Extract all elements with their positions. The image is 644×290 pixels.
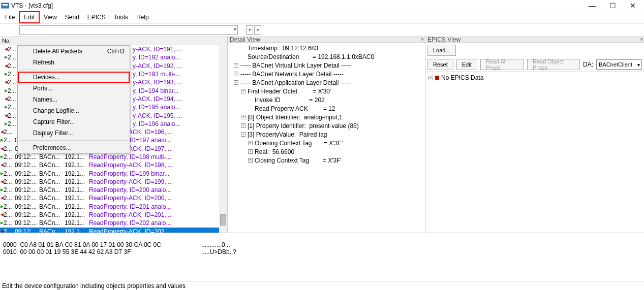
collapse-icon[interactable]: −: [234, 80, 238, 85]
packet-row[interactable]: 2...09:12:...BACn...192.1...ReadProperty…: [0, 186, 227, 194]
expand-icon[interactable]: +: [241, 123, 246, 128]
menu-send[interactable]: Send: [61, 11, 83, 23]
packet-list-scrollbar[interactable]: [219, 37, 227, 233]
menu-edit[interactable]: Edit: [19, 11, 40, 23]
detail-line[interactable]: +First Header Octet = X'30': [231, 87, 422, 95]
epics-close-icon[interactable]: ×: [640, 37, 643, 42]
menuitem-display-filter[interactable]: Display Filter...: [18, 127, 130, 139]
da-select[interactable]: BACnetClient: [596, 59, 642, 70]
packet-cell: 2...: [4, 137, 15, 144]
detail-line[interactable]: Invoke ID = 202: [231, 95, 422, 104]
menu-epics[interactable]: EPICS: [83, 11, 110, 23]
menu-separator: [19, 140, 129, 141]
menuitem-change-logfile[interactable]: Change Logfile...: [18, 105, 130, 116]
status-text: Edit the device configuration including …: [2, 282, 186, 289]
packet-row[interactable]: 2...09:12:...BACn...192.1...ReadProperty…: [0, 194, 227, 202]
detail-line[interactable]: +Opening Context Tag = X'3E': [231, 139, 422, 147]
packet-desc: ReadProperty, ID=200 analo...: [89, 186, 171, 194]
hex-ascii-1: .....U>DBb..?: [201, 248, 236, 255]
packet-cell: 09:12:...: [15, 203, 39, 210]
close-button[interactable]: ✕: [623, 0, 643, 11]
packet-row[interactable]: 2...09:12:...BACn...192.1...ReadProperty…: [0, 161, 227, 169]
detail-line[interactable]: Timestamp : 09:12:12.683: [231, 44, 422, 52]
packet-list-body[interactable]: Delete All Packets Ctrl+D Refresh Device…: [0, 45, 227, 233]
menuitem-capture-filter[interactable]: Capture Filter...: [18, 116, 130, 127]
detail-line[interactable]: Read Property ACK = 12: [231, 104, 422, 113]
detail-panel-title: Detail View ×: [228, 37, 425, 43]
packet-row[interactable]: 2...09:12:...BACn...192.1...ReadProperty…: [0, 228, 227, 233]
menuitem-delete-all[interactable]: Delete All Packets Ctrl+D: [18, 46, 130, 57]
expand-icon[interactable]: +: [248, 141, 253, 145]
detail-text: Timestamp : 09:12:12.683: [248, 45, 318, 52]
epics-tree[interactable]: + No EPICS Data: [425, 71, 644, 233]
packet-row[interactable]: 2...09:12:...BACn...192.1...ReadProperty…: [0, 178, 227, 186]
menuitem-preferences[interactable]: Preferences...: [18, 142, 130, 153]
menu-view[interactable]: View: [40, 11, 61, 23]
packet-cell: BACn...: [39, 195, 65, 202]
detail-text: First Header Octet = X'30': [248, 88, 331, 95]
packet-list-header[interactable]: No.: [0, 37, 227, 45]
expand-icon[interactable]: +: [234, 72, 238, 76]
packet-cell: 2...: [4, 219, 15, 227]
menu-tools[interactable]: Tools: [110, 11, 132, 23]
read-all-props-button[interactable]: Read All Props: [480, 59, 524, 70]
filter-combo[interactable]: [19, 25, 238, 35]
reset-button[interactable]: Reset: [427, 59, 453, 70]
packet-desc: ReadProperty, ID=198 multi-...: [89, 153, 171, 160]
maximize-button[interactable]: ☐: [602, 0, 623, 11]
detail-text: Real: 56.6600: [255, 148, 294, 155]
expand-icon[interactable]: +: [234, 63, 238, 68]
menuitem-refresh[interactable]: Refresh: [18, 57, 130, 68]
packet-cell: 192.1...: [65, 211, 89, 218]
packet-cell: BACn...: [39, 178, 65, 185]
detail-line[interactable]: +Closing Context Tag = X'3F': [231, 156, 422, 165]
packet-row[interactable]: 2...09:12:...BACn...192.1...ReadProperty…: [0, 211, 227, 219]
detail-line[interactable]: +----- BACnet Virtual Link Layer Detail …: [231, 61, 422, 70]
edit-button[interactable]: Edit: [456, 59, 477, 70]
hex-addr-0: 0000: [3, 241, 17, 248]
detail-body[interactable]: Timestamp : 09:12:12.683Source/Destinati…: [228, 43, 425, 233]
packet-cell: 192.1...: [65, 195, 89, 202]
packet-desc: ReadProperty, ID=199 binar...: [89, 170, 169, 177]
collapse-icon[interactable]: −: [241, 132, 246, 137]
expand-icon[interactable]: +: [248, 149, 253, 154]
packet-cell: 2...: [4, 211, 15, 218]
menuitem-ports[interactable]: Ports...: [18, 83, 130, 94]
toolbar-drop-2[interactable]: ▾: [254, 25, 261, 35]
packet-desc: y-ACK, ID=192, ...: [133, 62, 182, 70]
detail-line[interactable]: +----- BACnet Network Layer Detail -----: [231, 70, 422, 78]
packet-desc: y-ACK, ID=194, ...: [133, 95, 182, 103]
minimize-button[interactable]: —: [582, 0, 602, 11]
scrollbar-thumb[interactable]: [220, 214, 226, 225]
detail-close-icon[interactable]: ×: [421, 37, 424, 42]
menubar: File Edit View Send EPICS Tools Help: [0, 11, 644, 23]
svg-rect-1: [3, 4, 8, 6]
packet-row[interactable]: 2...09:12:...BACn...192.1...ReadProperty…: [0, 219, 227, 227]
packet-cell: 2...: [4, 203, 15, 210]
packet-row[interactable]: 2...09:12:...BACn...192.1...ReadProperty…: [0, 153, 227, 161]
menuitem-names[interactable]: Names...: [18, 94, 130, 105]
detail-text: ----- BACnet Application Layer Detail --…: [240, 79, 351, 86]
menu-help[interactable]: Help: [132, 11, 153, 23]
detail-line[interactable]: +[1] Property Identifier: present-value …: [231, 121, 422, 130]
toolbar-drop-1[interactable]: ▾: [246, 25, 253, 35]
detail-line[interactable]: Source/Destination = 192.168.1.1:0xBAC0: [231, 52, 422, 61]
detail-line[interactable]: +Real: 56.6600: [231, 147, 422, 156]
expand-icon[interactable]: +: [241, 115, 246, 119]
menu-file[interactable]: File: [1, 11, 19, 23]
read-object-props-button[interactable]: Read Object Props: [527, 59, 580, 70]
packet-row[interactable]: 2...09:12:...BACn...192.1...ReadProperty…: [0, 203, 227, 211]
epics-node[interactable]: + No EPICS Data: [428, 74, 641, 82]
packet-cell: 192.1...: [65, 178, 89, 185]
packet-cell: BACn...: [39, 162, 65, 169]
expand-icon[interactable]: +: [428, 76, 433, 80]
load-button[interactable]: Load...: [427, 45, 456, 56]
packet-row[interactable]: 2...09:12:...BACn...192.1...ReadProperty…: [0, 169, 227, 177]
expand-icon[interactable]: +: [248, 158, 253, 163]
detail-line[interactable]: −[3] PropertyValue: Paired tag: [231, 130, 422, 139]
expand-icon[interactable]: +: [241, 89, 246, 93]
menuitem-devices[interactable]: Devices...: [18, 72, 130, 83]
detail-line[interactable]: −----- BACnet Application Layer Detail -…: [231, 78, 422, 87]
hex-view[interactable]: 0000 C0 A8 01 01 BA C0 81 0A 00 17 01 00…: [0, 233, 644, 278]
detail-line[interactable]: +[0] Object Identifier: analog-input,1: [231, 113, 422, 121]
